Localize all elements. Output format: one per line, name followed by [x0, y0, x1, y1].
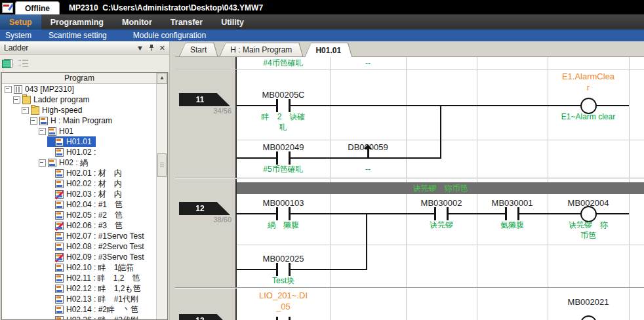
tree-item[interactable]: H02.14 : #2眫 丶笆 [2, 304, 157, 315]
tree-item-label: H02.13 : 眫 #1代刚 [66, 294, 138, 305]
no-contact-symbol[interactable] [276, 99, 291, 112]
branch-wire [366, 213, 367, 270]
tree-item-icon [14, 85, 22, 94]
tree-item-label: H02.12 : 眫 1,2も笆 [66, 283, 141, 294]
rung-wire [237, 213, 629, 214]
no-contact-symbol[interactable] [276, 263, 291, 276]
tree-item[interactable]: H02.12 : 眫 1,2も笆 [2, 283, 157, 294]
tree-item-icon [55, 138, 64, 146]
tree-item-label: H01.02 : [66, 148, 96, 157]
tree-item-icon [55, 232, 64, 241]
tree-item-label: H02.02 : 材 内 [66, 178, 122, 190]
panel-splitter[interactable] [169, 41, 175, 320]
tree-item[interactable]: H01.02 : [2, 147, 157, 157]
tree-expander-icon[interactable] [13, 96, 20, 104]
tree-item[interactable]: H : Main Program [2, 115, 157, 126]
tree-item-label: H02.14 : #2眫 丶笆 [66, 304, 138, 315]
tree-item[interactable]: H02.07 : #1Servo Test [2, 231, 157, 241]
tree-item-label: H01.01 [66, 137, 92, 146]
tree-expander-icon[interactable] [39, 128, 46, 135]
rising-edge-symbol[interactable] [367, 149, 369, 158]
tree-item-label: H02.01 : 材 内 [66, 168, 122, 179]
ladder-panel: Ladder ▼ ✕ Program 043 [MP2310] [0, 41, 169, 320]
tree-item[interactable]: H02.09 : #3Servo Test [2, 252, 157, 262]
no-contact-symbol[interactable] [276, 317, 291, 320]
ladder-canvas[interactable]: #4币笆確耴 -- 11 34/56 MB00205C 眫 2 诀確 耴 E1.… [175, 56, 644, 320]
rung-title-bar: 诀笎锣 狝币笆 [237, 182, 644, 194]
menu-transfer[interactable]: Transfer [161, 14, 212, 30]
tab-start[interactable]: Start [179, 43, 218, 56]
tree-item[interactable]: H02.08 : #2Servo Test [2, 241, 157, 252]
program-tree: Program 043 [MP2310] Ladder program High… [1, 72, 168, 320]
title-bar: Offline MP2310 C:\Users\Administrator\De… [0, 0, 644, 14]
io-contact-label[interactable]: LIO_201~.DI _05 [237, 290, 329, 313]
tree-expander-icon[interactable] [22, 107, 29, 114]
tree-expander-icon[interactable] [5, 86, 12, 93]
tree-item-label: H02.04 : #1 笆 [66, 199, 123, 210]
contact-comment: #5币笆確耴 [237, 165, 329, 175]
program-list-icon[interactable] [2, 59, 12, 68]
tree-item[interactable]: H02.11 : 眫 1,2 笆 [2, 273, 157, 283]
editor-tab-bar: Start H : Main Program H01.01 [175, 41, 644, 56]
close-icon[interactable]: ✕ [159, 45, 165, 52]
branch-wire [237, 269, 367, 270]
tree-rows: 043 [MP2310] Ladder program High-speed H… [2, 84, 157, 319]
contact-comment: Test块 [237, 276, 329, 287]
tree-item[interactable]: H02.04 : #1 笆 [2, 199, 157, 210]
tree-item-icon [55, 274, 64, 283]
scroll-up-button[interactable]: ▲ [157, 73, 167, 84]
tree-item[interactable]: H02.01 : 材 内 [2, 168, 157, 178]
menu-setup[interactable]: Setup [0, 14, 41, 30]
rung-comment: #4币笆確耴 [237, 58, 329, 69]
no-contact-symbol[interactable] [276, 151, 291, 165]
tree-item[interactable]: H02.10 : 眫 1皑筘 [2, 262, 157, 273]
tree-item[interactable]: H02.02 : 材 内 [2, 178, 157, 189]
menu-utility[interactable]: Utility [212, 14, 253, 30]
no-contact-symbol[interactable] [276, 207, 291, 220]
tree-item[interactable]: H02.03 : 材 内 [2, 189, 157, 199]
tree-scrollbar[interactable]: ▲ [156, 73, 167, 319]
rung-comment: -- [322, 58, 414, 69]
tree-item-icon [48, 127, 56, 136]
ladder-panel-header: Ladder ▼ ✕ [0, 41, 169, 55]
submenu-module-configuration[interactable]: Module configuration [131, 31, 209, 40]
tree-expander-icon[interactable] [39, 159, 46, 167]
no-contact-symbol[interactable] [434, 207, 449, 220]
no-contact-symbol[interactable] [505, 207, 519, 220]
menu-programming[interactable]: Programming [41, 14, 113, 30]
tree-expander-icon[interactable] [30, 117, 37, 125]
tab-main-program[interactable]: H : Main Program [219, 43, 303, 56]
tree-item[interactable]: H02 : 緺 [2, 157, 157, 168]
scrollbar-thumb[interactable] [157, 153, 167, 177]
tree-item[interactable]: H02.06 : #3 笆 [2, 220, 157, 231]
rising-edge-arrow [364, 144, 372, 149]
grid-line [237, 245, 644, 245]
tree-item-icon [55, 169, 64, 178]
ladder-panel-toolbar [0, 55, 169, 72]
pin-icon[interactable] [148, 44, 155, 52]
coil-label[interactable]: E1.AlarmClea r [542, 71, 634, 94]
rung-step-count: 34/56 [179, 107, 231, 115]
tree-item[interactable]: H02.26 : 眫 #2代刚 [2, 315, 157, 319]
chevron-down-icon[interactable]: ▼ [136, 45, 144, 52]
tree-item[interactable]: H02.05 : #2 笆 [2, 210, 157, 220]
tree-item-icon [55, 306, 64, 314]
submenu-system[interactable]: System [3, 31, 34, 40]
submenu-scantime-setting[interactable]: Scantime setting [46, 31, 110, 40]
offline-button[interactable]: Offline [15, 1, 60, 14]
coil-comment: E1~Alarm clear [542, 112, 634, 123]
coil-symbol[interactable] [580, 315, 597, 320]
rung-separator [175, 178, 644, 178]
tree-item[interactable]: H01 [2, 126, 157, 136]
tree-item[interactable]: Ladder program [2, 94, 157, 105]
tree-item[interactable]: H02.13 : 眫 #1代刚 [2, 294, 157, 304]
menu-monitor[interactable]: Monitor [113, 14, 161, 30]
branch-wire [237, 157, 441, 159]
tree-item[interactable]: H01.01 [2, 136, 157, 147]
coil-label[interactable]: MB002021 [542, 297, 634, 308]
tab-h01-01[interactable]: H01.01 [304, 43, 352, 57]
register-list-icon[interactable] [16, 59, 28, 68]
contact-comment: 眫 2 诀確 耴 [237, 112, 329, 132]
tree-item[interactable]: 043 [MP2310] [2, 84, 157, 94]
tree-item[interactable]: High-speed [2, 105, 157, 115]
